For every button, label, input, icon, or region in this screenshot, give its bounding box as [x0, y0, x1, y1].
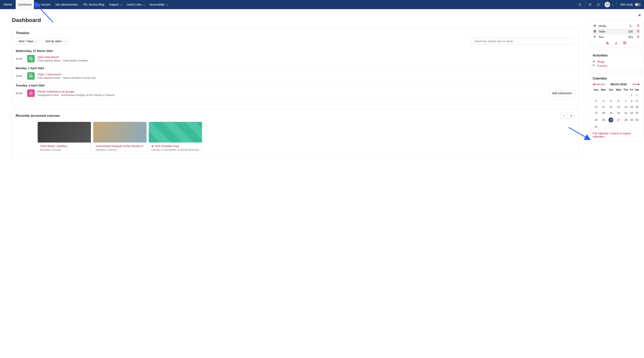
notifications-icon[interactable] — [586, 0, 594, 9]
calendar-day — [615, 92, 622, 98]
full-calendar-link[interactable]: Full calendar — [592, 132, 608, 135]
calendar-day[interactable]: 3 — [592, 98, 600, 104]
calendar-day[interactable]: 20 — [615, 110, 622, 116]
recent-courses-title: Recently accessed courses — [16, 114, 60, 118]
timeline-date: Wednesday, 27 March 2024 — [16, 49, 575, 52]
calendar-day[interactable]: 19 — [607, 110, 614, 116]
activity-link-forums[interactable]: Forums — [592, 64, 640, 68]
calendar-day[interactable]: 2 — [634, 92, 640, 98]
calendar-day[interactable]: 11 — [600, 104, 608, 110]
timeline-time: 15:06 — [16, 57, 24, 60]
timeline-activity-link[interactable]: Q&A Chat Room — [38, 55, 575, 59]
calendar-day[interactable]: 15 — [629, 104, 634, 110]
calendar-day[interactable]: 31 — [592, 124, 600, 130]
stat-report-icon[interactable] — [637, 30, 640, 33]
nav-home[interactable]: Home — [0, 0, 16, 9]
calendar-day — [592, 92, 600, 98]
calendar-day[interactable]: 26 — [607, 116, 614, 124]
calendar-day — [622, 124, 629, 130]
add-submission-button[interactable]: Add submission — [549, 90, 575, 96]
close-drawer-icon[interactable]: ✕ — [638, 13, 641, 17]
calendar-day[interactable]: 22 — [629, 110, 634, 116]
calendar-day[interactable]: 8 — [629, 98, 634, 104]
nav-tab-dashboard[interactable]: Dashboard — [16, 0, 34, 9]
calendar-day — [600, 92, 608, 98]
edit-mode-toggle[interactable] — [635, 3, 641, 6]
calendar-day[interactable]: 18 — [600, 110, 608, 116]
search-icon[interactable] — [576, 0, 584, 9]
course-card[interactable]: ★HSS Template TopicFaculty of Humanities… — [148, 122, 202, 154]
calendar-day[interactable]: 14 — [622, 104, 629, 110]
calendar-day[interactable]: 7 — [622, 98, 629, 104]
messages-icon[interactable] — [594, 0, 602, 9]
svg-rect-25 — [608, 43, 609, 44]
calendar-day[interactable]: 25 — [600, 116, 608, 124]
timeline-filter-button[interactable]: Next 7 days — [16, 38, 40, 44]
calendar-day[interactable]: 6 — [615, 98, 622, 104]
edit-mode-label: Edit mode — [620, 3, 633, 6]
stats-download-icon[interactable] — [615, 41, 618, 45]
chat-icon — [27, 55, 35, 62]
course-title-link[interactable]: Instructional Designer at the Faculty of… — [96, 144, 144, 148]
stats-list-icon[interactable] — [623, 41, 626, 45]
stat-row: Text393 — [592, 34, 640, 40]
calendar-day[interactable]: 13 — [615, 104, 622, 110]
chat-icon — [27, 72, 35, 80]
calendar-day[interactable]: 24 — [592, 116, 600, 124]
calendar-day[interactable]: 23 — [634, 110, 640, 116]
page-title: Dashboard — [12, 17, 578, 23]
calendar-day[interactable]: 9 — [634, 98, 640, 104]
timeline-search-input[interactable] — [472, 38, 575, 45]
calendar-day[interactable]: 12 — [607, 104, 614, 110]
recent-next-button[interactable] — [568, 113, 575, 119]
forum-icon — [592, 64, 596, 67]
calendar-dow: Sun — [592, 87, 600, 92]
calendar-day[interactable]: 10 — [592, 104, 600, 110]
course-image — [93, 122, 146, 143]
calendar-day[interactable]: 27 — [615, 116, 622, 124]
calendar-prev-button[interactable]: ◀ February — [592, 83, 605, 86]
activity-link-blogs[interactable]: Blogs — [592, 59, 640, 64]
activities-title: Activities — [592, 53, 640, 57]
svg-line-1 — [580, 5, 581, 6]
media-icon — [593, 24, 596, 28]
calendar-dow: Mon — [600, 87, 608, 92]
course-card[interactable]: Instructional Designer at the Faculty of… — [93, 122, 146, 154]
timeline-activity-link[interactable]: Topic 1 Discussion — [38, 73, 575, 76]
course-category: Faculty of Humanities & Social Sciences — [151, 148, 200, 151]
calendar-day[interactable]: 30 — [634, 116, 640, 124]
course-title-link[interactable]: ★HSS Template Topic — [151, 144, 200, 148]
calendar-day[interactable]: 29 — [629, 116, 634, 124]
calendar-day[interactable]: 21 — [622, 110, 629, 116]
user-menu[interactable]: SG — [602, 2, 616, 7]
course-title-link[interactable]: Clare Baxter Sandbox — [40, 144, 88, 148]
recent-prev-button[interactable] — [560, 113, 568, 119]
nav-tab-site-administration[interactable]: Site administration — [53, 0, 80, 9]
timeline-activity-link[interactable]: Poster submission by groups — [38, 90, 546, 93]
stat-report-icon[interactable] — [637, 35, 640, 39]
calendar-dow: Sat — [634, 87, 640, 92]
nav-tab-accessibility[interactable]: Accessibility — [147, 0, 170, 9]
stats-chart-icon[interactable] — [606, 41, 609, 45]
timeline-time: 16:00 — [16, 74, 24, 77]
calendar-day[interactable]: 4 — [600, 98, 608, 104]
calendar-next-button[interactable]: April ▶ — [632, 83, 640, 86]
calendar-day — [600, 124, 608, 130]
calendar-day — [607, 92, 614, 98]
nav-tab-tel-service-blog[interactable]: TEL Service Blog — [80, 0, 107, 9]
nav-tab-my-courses[interactable]: My courses — [34, 0, 53, 9]
course-card[interactable]: Clare Baxter SandboxSandbox Courses — [38, 122, 91, 154]
nav-tab-useful-links[interactable]: Useful Links — [124, 0, 147, 9]
course-category: Sandbox Courses — [40, 148, 88, 151]
calendar-day[interactable]: 1 — [629, 92, 634, 98]
timeline-sort-button[interactable]: Sort by dates — [42, 38, 68, 44]
course-image — [38, 122, 91, 143]
nav-tab-support[interactable]: Support — [107, 0, 124, 9]
calendar-day[interactable]: 28 — [622, 116, 629, 124]
stat-report-icon[interactable] — [637, 24, 640, 28]
calendar-day[interactable]: 5 — [607, 98, 614, 104]
timeline-subtext: Assignment is due · Instructional Design… — [38, 94, 546, 96]
calendar-day[interactable]: 16 — [634, 104, 640, 110]
calendar-day — [629, 124, 634, 130]
calendar-day[interactable]: 17 — [592, 110, 600, 116]
